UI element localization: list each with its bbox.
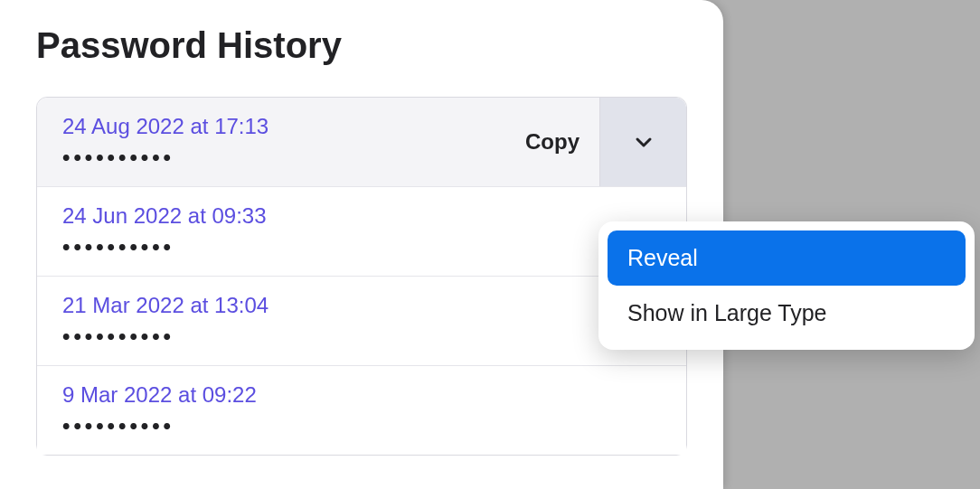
history-row[interactable]: 24 Aug 2022 at 17:13 •••••••••• Copy <box>37 98 686 187</box>
entry-date: 21 Mar 2022 at 13:04 <box>62 293 661 318</box>
chevron-down-icon <box>633 131 655 153</box>
entry-date: 24 Jun 2022 at 09:33 <box>62 203 661 229</box>
row-content: 24 Aug 2022 at 17:13 •••••••••• <box>37 98 505 186</box>
entry-date: 9 Mar 2022 at 09:22 <box>62 382 661 408</box>
entry-password-masked: •••••••••• <box>62 236 661 258</box>
history-row[interactable]: 21 Mar 2022 at 13:04 •••••••••• <box>37 277 686 366</box>
page-title: Password History <box>36 25 687 66</box>
entry-password-masked: •••••••••• <box>62 325 661 347</box>
history-list: 24 Aug 2022 at 17:13 •••••••••• Copy 24 … <box>36 97 687 456</box>
row-actions: Copy <box>505 98 686 186</box>
copy-button[interactable]: Copy <box>505 98 599 186</box>
entry-date: 24 Aug 2022 at 17:13 <box>62 114 480 139</box>
row-content: 21 Mar 2022 at 13:04 •••••••••• <box>37 277 686 365</box>
row-dropdown-button[interactable] <box>599 98 686 186</box>
row-content: 24 Jun 2022 at 09:33 •••••••••• <box>37 187 686 276</box>
dropdown-menu: Reveal Show in Large Type <box>598 221 975 350</box>
menu-item-large-type[interactable]: Show in Large Type <box>608 286 966 341</box>
entry-password-masked: •••••••••• <box>62 415 661 437</box>
row-content: 9 Mar 2022 at 09:22 •••••••••• <box>37 366 686 455</box>
menu-item-reveal[interactable]: Reveal <box>608 230 966 286</box>
history-row[interactable]: 9 Mar 2022 at 09:22 •••••••••• <box>37 366 686 455</box>
entry-password-masked: •••••••••• <box>62 146 480 168</box>
history-row[interactable]: 24 Jun 2022 at 09:33 •••••••••• <box>37 187 686 277</box>
